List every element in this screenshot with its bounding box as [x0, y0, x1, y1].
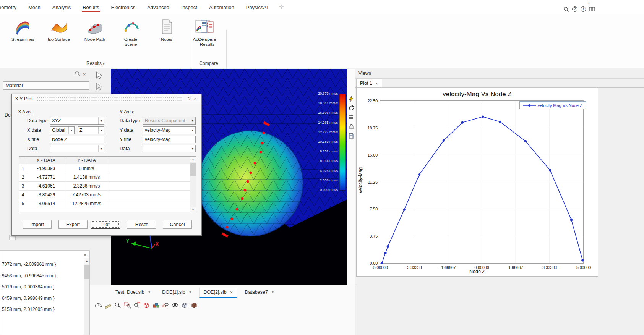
dialog-help-icon[interactable] [186, 96, 192, 102]
table-scrollbar[interactable] [190, 157, 196, 212]
doc-tab-test-doet[interactable]: Test_Doet.slb [112, 288, 154, 298]
cube-stack-icon[interactable] [152, 301, 160, 309]
dialog-close-icon[interactable] [192, 96, 198, 101]
export-button[interactable]: Export [58, 220, 88, 229]
info-icon[interactable] [581, 6, 586, 12]
menu-automation[interactable]: Automation [208, 1, 235, 13]
ribbon-group-label-results[interactable]: Results [0, 61, 191, 66]
menu-icon[interactable] [348, 114, 355, 121]
table-row[interactable]: 4 -3.80429 7.42703 mm/s [19, 191, 196, 199]
iso-surface-button[interactable]: Iso Surface [46, 18, 72, 47]
dropdown-icon[interactable] [68, 127, 74, 134]
table-header-x[interactable]: X - DATA [27, 157, 65, 164]
scrollbar-thumb[interactable] [190, 163, 196, 176]
doc-tab-close-icon[interactable] [189, 290, 192, 295]
table-row[interactable]: 3 -4.61061 2.3236 mm/s [19, 182, 196, 191]
doc-tab-database7[interactable]: Database7 [241, 288, 278, 298]
node-path-icon [86, 18, 104, 35]
save-icon[interactable] [348, 132, 355, 139]
notes-button[interactable]: Notes [154, 18, 180, 47]
lightning-icon[interactable] [348, 95, 355, 102]
doc-tab-doe2[interactable]: DOE[2].slb [199, 288, 237, 298]
search-icon[interactable] [563, 6, 569, 12]
doc-tab-close-icon[interactable] [271, 290, 274, 295]
coordinates-close-icon[interactable] [83, 252, 86, 257]
spin-tool-icon[interactable] [95, 301, 102, 309]
dialog-drag-grip[interactable] [37, 97, 183, 101]
coordinate-item[interactable]: 6459 mm, 0.998849 mm } [0, 293, 83, 304]
x-data-axis-combo[interactable]: Z [78, 126, 104, 134]
dropdown-icon[interactable] [190, 145, 195, 152]
visibility-eye-icon[interactable] [171, 301, 179, 309]
help-icon[interactable] [572, 6, 577, 12]
measure-icon[interactable] [104, 301, 112, 309]
reset-button[interactable]: Reset [127, 220, 156, 229]
cancel-button[interactable]: Cancel [163, 220, 192, 229]
tab-plot-1[interactable]: Plot 1 [356, 79, 382, 87]
colorbar-label: 12.227 mm/s [318, 130, 338, 134]
menu-physicsai[interactable]: PhysicsAI [245, 1, 269, 13]
zoom-icon[interactable] [114, 301, 122, 309]
panel-close-icon[interactable] [83, 72, 86, 77]
manual-book-icon[interactable] [589, 6, 595, 12]
dropdown-icon[interactable] [98, 117, 104, 124]
y-title-input[interactable] [143, 136, 196, 143]
refresh-icon[interactable] [348, 105, 355, 112]
doc-tab-close-icon[interactable] [148, 290, 151, 295]
table-row[interactable]: 1 -4.90393 0 mm/s [19, 164, 196, 173]
x-extra-data-combo[interactable] [50, 145, 104, 152]
menu-results[interactable]: Results [82, 1, 100, 13]
create-scene-button[interactable]: Create Scene [118, 18, 144, 47]
scroll-up-icon[interactable] [190, 157, 196, 162]
colorbar-label: 20.379 mm/s [318, 92, 338, 95]
y-extra-data-combo[interactable] [143, 145, 196, 152]
table-row[interactable]: 2 -4.72771 1.4138 mm/s [19, 173, 196, 182]
menu-electronics[interactable]: Electronics [110, 1, 136, 13]
coordinate-item[interactable]: 5019 mm, 0.000384 mm } [0, 282, 83, 293]
dialog-titlebar[interactable]: X Y Plot [12, 94, 201, 104]
x-data-global-combo[interactable]: Global [50, 126, 75, 134]
x-data-type-combo[interactable]: XYZ [50, 117, 104, 125]
coordinates-scrollbar[interactable] [84, 258, 89, 335]
dropdown-icon[interactable] [190, 127, 195, 134]
doc-tab-close-icon[interactable] [230, 290, 233, 295]
x-title-input[interactable] [50, 136, 104, 143]
view-3d-icon[interactable] [181, 301, 188, 309]
doc-tab-doe1[interactable]: DOE[1].slb [158, 288, 195, 298]
node-path-button[interactable]: Node Path [82, 18, 108, 47]
y-data-combo[interactable]: velocity-Mag [143, 126, 196, 134]
streamlines-button[interactable]: Streamlines [10, 18, 36, 47]
plot-button[interactable]: Plot [91, 220, 120, 229]
table-header-y[interactable]: Y - DATA [65, 157, 108, 164]
material-header[interactable]: Material [3, 81, 89, 90]
menu-geometry[interactable]: eometry [0, 1, 17, 13]
panel-search-icon[interactable] [75, 71, 80, 78]
render-3d-icon[interactable] [190, 301, 198, 309]
coordinate-item[interactable]: 9453 mm, -0.996845 mm } [0, 270, 83, 282]
coordinate-item[interactable]: 7072 mm, -2.009861 mm } [0, 259, 83, 270]
lock-icon[interactable] [348, 123, 355, 130]
tree-item-def[interactable]: Def [5, 112, 12, 118]
ribbon-group-compare: Compare Results [194, 18, 220, 47]
scrollbar-thumb[interactable] [84, 265, 89, 279]
pick-cursor-icon[interactable] [95, 83, 103, 92]
select-cursor-icon[interactable] [95, 71, 103, 81]
scroll-up-icon[interactable] [84, 258, 89, 264]
import-button[interactable]: Import [23, 220, 52, 229]
zoom-window-icon[interactable] [123, 301, 131, 309]
menu-analysis[interactable]: Analysis [52, 1, 71, 13]
compare-results-button[interactable]: Compare Results [194, 18, 220, 47]
scroll-down-icon[interactable] [190, 207, 196, 212]
zoom-select-icon[interactable] [133, 301, 141, 309]
add-module-icon[interactable]: ✛ [279, 3, 284, 10]
link-icon[interactable] [162, 301, 169, 309]
coordinate-item[interactable]: 5158 mm, 2.012005 mm } [0, 304, 83, 316]
menu-inspect[interactable]: Inspect [180, 1, 198, 13]
menu-advanced[interactable]: Advanced [146, 1, 170, 13]
box-select-icon[interactable] [143, 301, 150, 309]
menu-mesh[interactable]: Mesh [28, 1, 41, 13]
dropdown-icon[interactable] [98, 127, 104, 134]
tab-plot-1-close-icon[interactable] [375, 81, 378, 86]
dropdown-icon[interactable] [98, 145, 104, 152]
table-row[interactable]: 5 -3.06514 12.2825 mm/s [19, 199, 196, 208]
